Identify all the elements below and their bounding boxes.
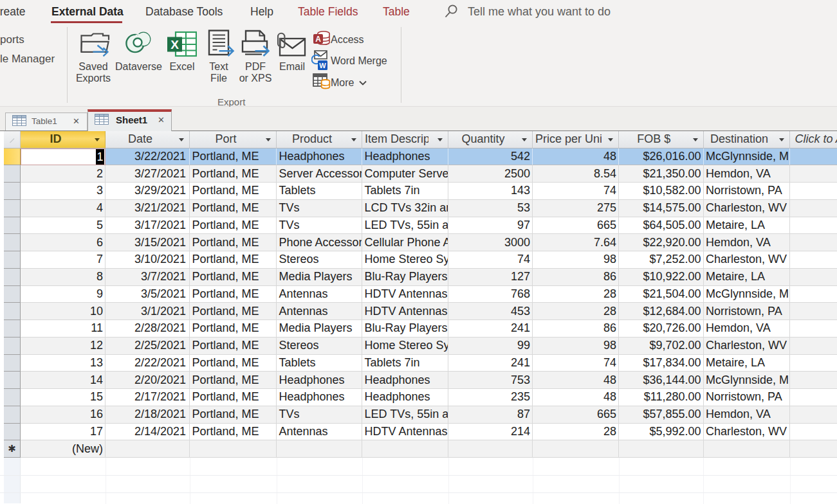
svg-text:X: X — [170, 38, 179, 51]
svg-text:W: W — [319, 62, 326, 69]
svg-text:A: A — [315, 35, 321, 44]
